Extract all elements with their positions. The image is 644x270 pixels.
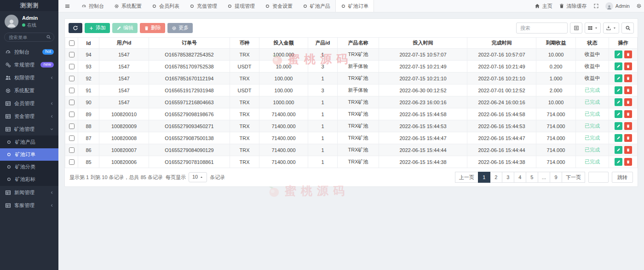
tab-withdraw[interactable]: 提现管理 [222,0,260,12]
edit-button-toolbar[interactable]: 编辑 [112,23,138,33]
column-header[interactable]: 投入金额 [259,38,308,49]
row-delete-button[interactable] [624,158,632,166]
sidebar-item-mining-orders[interactable]: 矿池订单 [0,148,58,161]
column-header[interactable]: 产品名称 [338,38,379,49]
page-button-2[interactable]: 2 [490,172,502,183]
column-header[interactable]: 完成时间 [467,38,536,49]
row-checkbox[interactable] [69,159,75,165]
page-button-1[interactable]: 1 [478,172,490,183]
column-header[interactable]: 用户id [99,38,149,49]
row-checkbox[interactable] [69,64,75,69]
row-delete-button[interactable] [624,74,632,82]
next-page-button[interactable]: 下一页 [562,172,585,183]
tab-member-list[interactable]: 会员列表 [147,0,184,12]
row-edit-button[interactable] [615,51,622,58]
row-delete-button[interactable] [624,62,632,70]
column-header[interactable]: 投入时间 [379,38,467,49]
sidebar-item-mining-categories[interactable]: 矿池分类 [0,161,58,173]
row-checkbox[interactable] [69,52,75,57]
row-edit-button[interactable] [615,62,622,70]
column-header[interactable]: 产品id [308,38,338,49]
row-edit-button[interactable] [615,134,622,142]
row-edit-button[interactable] [615,98,622,106]
row-edit-button[interactable] [615,122,622,130]
column-header[interactable]: 订单号 [149,38,230,49]
row-delete-button[interactable] [624,51,632,58]
row-edit-button[interactable] [615,74,622,82]
sidebar-item-mining-products[interactable]: 矿池产品 [0,136,58,148]
cell-coin: USDT [230,61,259,73]
row-checkbox[interactable] [69,76,75,81]
columns-button[interactable] [585,22,601,34]
row-delete-button[interactable] [624,86,632,94]
sidebar-item-general[interactable]: 常规管理new [0,58,58,71]
user-panel[interactable]: Admin 在线 [0,11,58,31]
delete-button-toolbar[interactable]: 删除 [140,23,165,33]
column-header[interactable]: 到期收益 [536,38,576,49]
row-edit-button[interactable] [615,86,622,94]
prev-page-button[interactable]: 上一页 [455,172,478,183]
export-button[interactable] [603,22,619,34]
row-checkbox[interactable] [69,135,75,141]
row-checkbox[interactable] [69,147,75,153]
row-checkbox[interactable] [69,124,75,129]
column-header[interactable]: Id [78,38,99,49]
select-all-checkbox[interactable] [69,40,75,46]
row-delete-button[interactable] [624,110,632,118]
cell-id: 94 [78,49,99,61]
sidebar-item-funds[interactable]: 资金管理 [0,110,58,123]
sidebar-item-mining[interactable]: 矿池管理 [0,123,58,135]
sidebar-item-members[interactable]: 会员管理 [0,97,58,110]
tab-dashboard[interactable]: 控制台 [76,0,109,12]
column-header[interactable]: 操作 [609,38,638,49]
table-search-input[interactable] [516,22,568,34]
user-menu[interactable]: Admin [605,2,630,10]
page-button-5[interactable]: 5 [526,172,538,183]
column-header[interactable]: 币种 [230,38,259,49]
tab-system-config[interactable]: 系统配置 [109,0,147,12]
page-button-4[interactable]: 4 [514,172,526,183]
page-jump-input[interactable] [588,172,609,183]
row-checkbox[interactable] [69,112,75,117]
row-checkbox[interactable] [69,88,75,93]
per-page-select[interactable]: 10 [189,172,207,182]
cell-actions [609,108,638,120]
row-edit-button[interactable] [615,110,622,118]
row-checkbox[interactable] [69,100,75,105]
row-edit-button[interactable] [615,146,622,154]
caret-up-icon [200,175,203,179]
pencil-icon [616,136,621,140]
tab-mining-products[interactable]: 矿池产品 [298,0,335,12]
sidebar-item-permissions[interactable]: 权限管理 [0,71,58,84]
row-delete-button[interactable] [624,134,632,142]
row-delete-button[interactable] [624,98,632,106]
sidebar-item-news[interactable]: 新闻管理 [0,186,58,199]
sidebar-item-mining-labels[interactable]: 矿池彩标 [0,173,58,186]
tab-mining-orders[interactable]: 矿池订单 [335,0,374,12]
card-view-button[interactable] [570,22,582,34]
home-link[interactable]: 主页 [535,3,552,10]
row-delete-button[interactable] [624,122,632,130]
search-button[interactable] [621,22,634,34]
column-header[interactable]: 状态 [576,38,609,49]
tab-funds-settings[interactable]: 资金设置 [260,0,298,12]
refresh-button[interactable] [69,23,82,33]
sidebar-item-system-config[interactable]: 系统配置 [0,84,58,97]
page-button-3[interactable]: 3 [502,172,514,183]
more-button[interactable]: 更多 [167,23,193,33]
cell-end: 2022-07-01 00:12:52 [467,84,536,96]
tab-recharge[interactable]: 充值管理 [184,0,222,12]
fullscreen-button[interactable] [593,3,599,9]
settings-button[interactable] [636,3,642,9]
cell-coin: USDT [230,84,259,96]
row-select-cell [65,108,78,120]
page-button-9[interactable]: 9 [550,172,562,183]
page-jump-button[interactable]: 跳转 [612,172,633,183]
row-edit-button[interactable] [615,158,622,166]
add-button[interactable]: 添加 [85,23,110,33]
sidebar-item-support[interactable]: 客服管理 [0,199,58,212]
row-delete-button[interactable] [624,146,632,154]
sidebar-item-dashboard[interactable]: 控制台hot [0,45,58,58]
menu-toggle-icon[interactable] [58,3,76,9]
clear-cache-link[interactable]: 清除缓存 [559,3,587,10]
